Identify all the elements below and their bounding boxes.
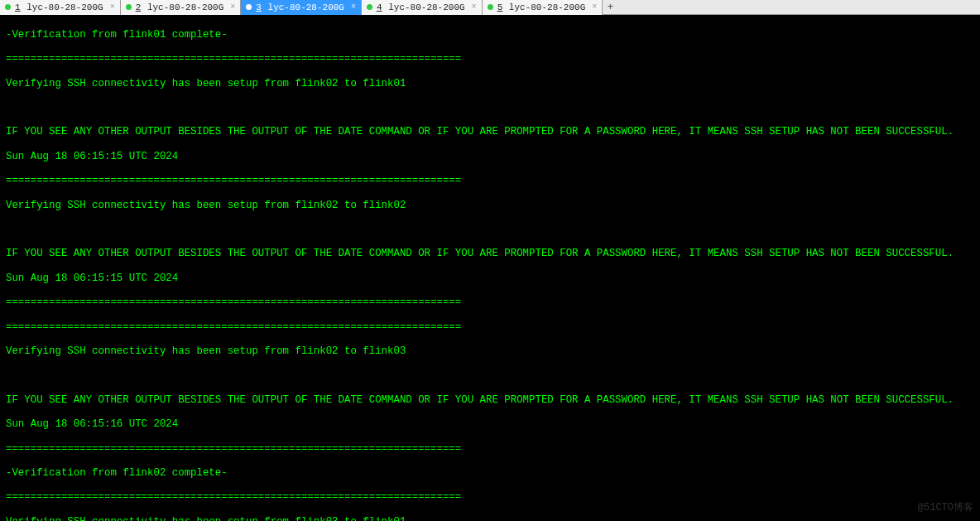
tab-1[interactable]: 1 lyc-80-28-200G× (0, 0, 121, 15)
verification-complete: -Verification from flink02 complete- (6, 467, 974, 480)
verify-line: Verifying SSH connectivity has been setu… (6, 345, 974, 358)
new-tab-button[interactable]: + (603, 0, 617, 15)
warn-line: IF YOU SEE ANY OTHER OUTPUT BESIDES THE … (6, 394, 974, 407)
status-dot-icon (367, 4, 372, 10)
verify-line: Verifying SSH connectivity has been setu… (6, 78, 974, 90)
close-icon[interactable]: × (592, 2, 597, 12)
tab-bar: 1 lyc-80-28-200G× 2 lyc-80-28-200G× 3 ly… (0, 0, 980, 15)
divider: ========================================… (6, 297, 974, 309)
warn-line: IF YOU SEE ANY OTHER OUTPUT BESIDES THE … (6, 126, 974, 138)
status-dot-icon (126, 4, 132, 10)
terminal-output[interactable]: -Verification from flink01 complete- ===… (0, 15, 980, 521)
divider: ========================================… (6, 491, 974, 504)
close-icon[interactable]: × (472, 2, 477, 12)
divider: ========================================… (6, 321, 974, 334)
status-dot-icon (5, 4, 11, 10)
timestamp: Sun Aug 18 06:15:15 UTC 2024 (6, 151, 974, 163)
tab-2[interactable]: 2 lyc-80-28-200G× (121, 0, 242, 15)
verify-line: Verifying SSH connectivity has been setu… (6, 516, 974, 521)
divider: ========================================… (6, 53, 974, 65)
tab-4[interactable]: 4 lyc-80-28-200G× (362, 0, 483, 15)
verification-complete: -Verification from flink01 complete- (6, 29, 974, 41)
close-icon[interactable]: × (110, 2, 115, 12)
close-icon[interactable]: × (230, 2, 235, 12)
divider: ========================================… (6, 175, 974, 187)
timestamp: Sun Aug 18 06:15:16 UTC 2024 (6, 418, 974, 431)
status-dot-icon (488, 4, 493, 10)
divider: ========================================… (6, 443, 974, 456)
warn-line: IF YOU SEE ANY OTHER OUTPUT BESIDES THE … (6, 248, 974, 260)
close-icon[interactable]: × (351, 2, 356, 12)
timestamp: Sun Aug 18 06:15:15 UTC 2024 (6, 273, 974, 285)
watermark: @51CTO博客 (918, 500, 973, 514)
tab-5[interactable]: 5 lyc-80-28-200G× (483, 0, 603, 15)
status-dot-icon (246, 4, 252, 10)
tab-3[interactable]: 3 lyc-80-28-200G× (241, 0, 362, 15)
verify-line: Verifying SSH connectivity has been setu… (6, 200, 974, 212)
